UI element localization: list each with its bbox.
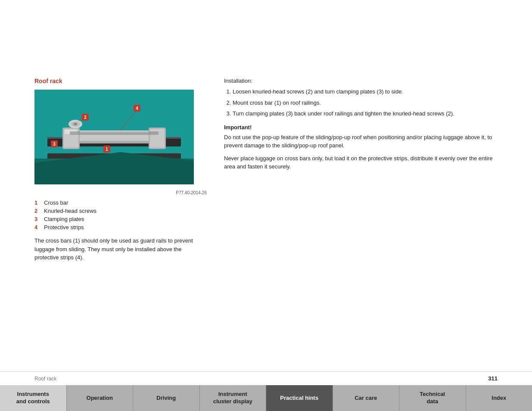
installation-header: Installation: [224,78,498,84]
right-column: Installation: Loosen knurled-head screws… [224,78,498,363]
tab-practical-hints[interactable]: Practical hints [266,385,333,411]
part-label-2: Knurled-head screws [44,208,96,214]
step-1: Loosen knurled-head screws (2) and turn … [233,87,498,96]
tab-instrument-cluster[interactable]: Instrumentcluster display [200,385,267,411]
footer-page-num: 311 [488,375,498,382]
diagram-caption: P77.40-2014-26 [34,190,207,195]
nav-tabs: Instrumentsand controls Operation Drivin… [0,385,532,411]
parts-list: 1 Cross bar 2 Knurled-head screws 3 Clam… [34,199,207,230]
part-label-3: Clamping plates [44,216,84,222]
footer-section-name: Roof rack [34,376,56,382]
tab-instruments-label: Instrumentsand controls [16,391,50,405]
page-wrapper: Roof rack [0,0,532,411]
svg-text:2: 2 [84,115,87,120]
roof-rack-diagram: 2 4 3 1 [34,90,194,184]
steps-list: Loosen knurled-head screws (2) and turn … [233,87,498,118]
svg-text:4: 4 [136,106,138,111]
svg-rect-7 [69,141,159,143]
part-item-3: 3 Clamping plates [34,216,207,222]
tab-car-care-label: Car care [355,395,377,402]
important-title: Important! [224,124,498,131]
svg-text:3: 3 [53,142,56,146]
part-item-2: 2 Knurled-head screws [34,208,207,214]
tab-instrument-cluster-label: Instrumentcluster display [213,391,252,405]
tab-instruments[interactable]: Instrumentsand controls [0,385,67,411]
svg-text:1: 1 [106,147,108,152]
left-column: Roof rack [34,78,207,363]
important-text-2: Never place luggage on cross bars only, … [224,154,498,171]
part-label-4: Protective strips [44,224,84,230]
tab-index-label: Index [492,395,506,402]
diagram-container: 2 4 3 1 [34,90,194,189]
tab-index[interactable]: Index [466,385,532,411]
important-text-1: Do not use the pop-up feature of the sli… [224,133,498,150]
part-label-1: Cross bar [44,199,68,206]
tab-car-care[interactable]: Car care [333,385,400,411]
tab-technical-data-label: Technicaldata [420,391,445,405]
part-num-4: 4 [34,224,40,230]
part-num-3: 3 [34,216,40,222]
step-3: Turn clamping plates (3) back under roof… [233,109,498,118]
tab-driving-label: Driving [156,395,176,402]
part-item-1: 1 Cross bar [34,199,207,206]
part-num-2: 2 [34,208,40,214]
part-item-4: 4 Protective strips [34,224,207,230]
section-title: Roof rack [34,78,207,84]
step-2: Mount cross bar (1) on roof railings. [233,99,498,107]
tab-practical-hints-label: Practical hints [280,395,318,402]
content-area: Roof rack [0,0,532,371]
part-num-1: 1 [34,199,40,206]
body-text: The cross bars (1) should only be used a… [34,237,207,262]
tab-operation[interactable]: Operation [67,385,134,411]
tab-technical-data[interactable]: Technicaldata [399,385,466,411]
page-footer: Roof rack 311 [0,371,532,385]
tab-operation-label: Operation [87,395,113,402]
tab-driving[interactable]: Driving [133,385,200,411]
svg-rect-26 [70,131,159,135]
svg-point-13 [74,123,77,125]
